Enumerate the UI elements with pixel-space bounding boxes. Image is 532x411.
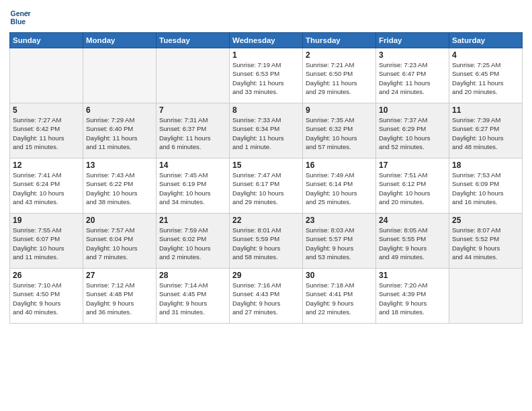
- calendar-cell: 4Sunrise: 7:25 AM Sunset: 6:45 PM Daylig…: [449, 48, 523, 103]
- day-info: Sunrise: 7:16 AM Sunset: 4:43 PM Dayligh…: [232, 281, 300, 316]
- day-number: 7: [159, 105, 226, 115]
- calendar-cell: 22Sunrise: 8:01 AM Sunset: 5:59 PM Dayli…: [230, 214, 303, 269]
- calendar-table: SundayMondayTuesdayWednesdayThursdayFrid…: [9, 32, 523, 324]
- calendar-cell: 12Sunrise: 7:41 AM Sunset: 6:24 PM Dayli…: [10, 158, 83, 214]
- day-info: Sunrise: 7:57 AM Sunset: 6:04 PM Dayligh…: [86, 226, 153, 261]
- day-number: 11: [452, 105, 519, 115]
- col-header-monday: Monday: [83, 33, 157, 48]
- calendar-header-row: SundayMondayTuesdayWednesdayThursdayFrid…: [10, 33, 523, 48]
- calendar-cell: 29Sunrise: 7:16 AM Sunset: 4:43 PM Dayli…: [230, 269, 303, 324]
- day-info: Sunrise: 7:55 AM Sunset: 6:07 PM Dayligh…: [13, 226, 80, 261]
- day-info: Sunrise: 8:07 AM Sunset: 5:52 PM Dayligh…: [452, 226, 519, 261]
- calendar-cell: 23Sunrise: 8:03 AM Sunset: 5:57 PM Dayli…: [303, 214, 376, 269]
- day-info: Sunrise: 7:45 AM Sunset: 6:19 PM Dayligh…: [159, 171, 226, 206]
- day-number: 8: [232, 105, 300, 115]
- calendar-cell: [157, 48, 230, 103]
- calendar-cell: 6Sunrise: 7:29 AM Sunset: 6:40 PM Daylig…: [83, 103, 157, 158]
- day-number: 26: [13, 271, 80, 280]
- day-info: Sunrise: 7:29 AM Sunset: 6:40 PM Dayligh…: [86, 116, 153, 151]
- calendar-cell: 28Sunrise: 7:14 AM Sunset: 4:45 PM Dayli…: [157, 269, 230, 324]
- calendar-cell: 17Sunrise: 7:51 AM Sunset: 6:12 PM Dayli…: [376, 158, 449, 214]
- calendar-cell: 24Sunrise: 8:05 AM Sunset: 5:55 PM Dayli…: [376, 214, 449, 269]
- logo-icon: General Blue: [9, 7, 31, 28]
- day-info: Sunrise: 7:33 AM Sunset: 6:34 PM Dayligh…: [232, 116, 300, 151]
- day-number: 17: [379, 161, 446, 170]
- day-number: 15: [232, 161, 300, 170]
- calendar-cell: 3Sunrise: 7:23 AM Sunset: 6:47 PM Daylig…: [376, 48, 449, 103]
- col-header-tuesday: Tuesday: [157, 33, 230, 48]
- day-info: Sunrise: 7:27 AM Sunset: 6:42 PM Dayligh…: [13, 116, 80, 151]
- day-number: 28: [159, 271, 226, 280]
- calendar-cell: 20Sunrise: 7:57 AM Sunset: 6:04 PM Dayli…: [83, 214, 157, 269]
- page: General Blue SundayMondayTuesdayWednesda…: [0, 0, 532, 411]
- day-number: 24: [379, 216, 446, 225]
- day-number: 16: [306, 161, 373, 170]
- calendar-cell: 2Sunrise: 7:21 AM Sunset: 6:50 PM Daylig…: [303, 48, 376, 103]
- calendar-week-row: 26Sunrise: 7:10 AM Sunset: 4:50 PM Dayli…: [10, 269, 523, 324]
- calendar-cell: 27Sunrise: 7:12 AM Sunset: 4:48 PM Dayli…: [83, 269, 157, 324]
- day-info: Sunrise: 7:41 AM Sunset: 6:24 PM Dayligh…: [13, 171, 80, 206]
- day-info: Sunrise: 7:59 AM Sunset: 6:02 PM Dayligh…: [159, 226, 226, 261]
- day-info: Sunrise: 7:19 AM Sunset: 6:53 PM Dayligh…: [232, 60, 300, 96]
- day-number: 30: [306, 271, 373, 280]
- day-info: Sunrise: 7:37 AM Sunset: 6:29 PM Dayligh…: [379, 116, 446, 151]
- day-info: Sunrise: 7:20 AM Sunset: 4:39 PM Dayligh…: [379, 281, 446, 316]
- calendar-week-row: 12Sunrise: 7:41 AM Sunset: 6:24 PM Dayli…: [10, 158, 523, 214]
- calendar-cell: 8Sunrise: 7:33 AM Sunset: 6:34 PM Daylig…: [230, 103, 303, 158]
- logo: General Blue: [9, 7, 31, 28]
- day-number: 1: [232, 50, 300, 60]
- col-header-friday: Friday: [376, 33, 449, 48]
- calendar-cell: 15Sunrise: 7:47 AM Sunset: 6:17 PM Dayli…: [230, 158, 303, 214]
- day-number: 23: [306, 216, 373, 225]
- day-number: 21: [159, 216, 226, 225]
- day-number: 20: [86, 216, 153, 225]
- day-number: 4: [452, 50, 519, 60]
- calendar-cell: 16Sunrise: 7:49 AM Sunset: 6:14 PM Dayli…: [303, 158, 376, 214]
- day-info: Sunrise: 7:25 AM Sunset: 6:45 PM Dayligh…: [452, 60, 519, 96]
- col-header-thursday: Thursday: [303, 33, 376, 48]
- day-info: Sunrise: 8:01 AM Sunset: 5:59 PM Dayligh…: [232, 226, 300, 261]
- day-number: 18: [452, 161, 519, 170]
- day-info: Sunrise: 7:49 AM Sunset: 6:14 PM Dayligh…: [306, 171, 373, 206]
- day-number: 12: [13, 161, 80, 170]
- calendar-cell: [83, 48, 157, 103]
- calendar-cell: [449, 269, 523, 324]
- day-number: 13: [86, 161, 153, 170]
- calendar-cell: 21Sunrise: 7:59 AM Sunset: 6:02 PM Dayli…: [157, 214, 230, 269]
- day-number: 10: [379, 105, 446, 115]
- day-info: Sunrise: 7:51 AM Sunset: 6:12 PM Dayligh…: [379, 171, 446, 206]
- day-number: 9: [306, 105, 373, 115]
- calendar-cell: 18Sunrise: 7:53 AM Sunset: 6:09 PM Dayli…: [449, 158, 523, 214]
- day-info: Sunrise: 7:21 AM Sunset: 6:50 PM Dayligh…: [306, 60, 373, 96]
- calendar-cell: 19Sunrise: 7:55 AM Sunset: 6:07 PM Dayli…: [10, 214, 83, 269]
- day-number: 2: [306, 50, 373, 60]
- day-info: Sunrise: 7:12 AM Sunset: 4:48 PM Dayligh…: [86, 281, 153, 316]
- day-number: 6: [86, 105, 153, 115]
- header: General Blue: [9, 7, 523, 28]
- day-info: Sunrise: 7:43 AM Sunset: 6:22 PM Dayligh…: [86, 171, 153, 206]
- day-number: 27: [86, 271, 153, 280]
- day-info: Sunrise: 7:23 AM Sunset: 6:47 PM Dayligh…: [379, 60, 446, 96]
- day-info: Sunrise: 7:39 AM Sunset: 6:27 PM Dayligh…: [452, 116, 519, 151]
- day-info: Sunrise: 7:10 AM Sunset: 4:50 PM Dayligh…: [13, 281, 80, 316]
- day-info: Sunrise: 7:35 AM Sunset: 6:32 PM Dayligh…: [306, 116, 373, 151]
- day-number: 5: [13, 105, 80, 115]
- day-number: 22: [232, 216, 300, 225]
- calendar-cell: 5Sunrise: 7:27 AM Sunset: 6:42 PM Daylig…: [10, 103, 83, 158]
- svg-text:General: General: [11, 10, 31, 17]
- day-number: 25: [452, 216, 519, 225]
- calendar-cell: [10, 48, 83, 103]
- calendar-cell: 31Sunrise: 7:20 AM Sunset: 4:39 PM Dayli…: [376, 269, 449, 324]
- calendar-week-row: 19Sunrise: 7:55 AM Sunset: 6:07 PM Dayli…: [10, 214, 523, 269]
- day-info: Sunrise: 7:18 AM Sunset: 4:41 PM Dayligh…: [306, 281, 373, 316]
- day-info: Sunrise: 7:31 AM Sunset: 6:37 PM Dayligh…: [159, 116, 226, 151]
- day-info: Sunrise: 7:14 AM Sunset: 4:45 PM Dayligh…: [159, 281, 226, 316]
- day-info: Sunrise: 7:53 AM Sunset: 6:09 PM Dayligh…: [452, 171, 519, 206]
- day-number: 14: [159, 161, 226, 170]
- day-number: 19: [13, 216, 80, 225]
- calendar-cell: 11Sunrise: 7:39 AM Sunset: 6:27 PM Dayli…: [449, 103, 523, 158]
- calendar-week-row: 5Sunrise: 7:27 AM Sunset: 6:42 PM Daylig…: [10, 103, 523, 158]
- svg-text:Blue: Blue: [11, 18, 26, 26]
- day-number: 3: [379, 50, 446, 60]
- day-info: Sunrise: 7:47 AM Sunset: 6:17 PM Dayligh…: [232, 171, 300, 206]
